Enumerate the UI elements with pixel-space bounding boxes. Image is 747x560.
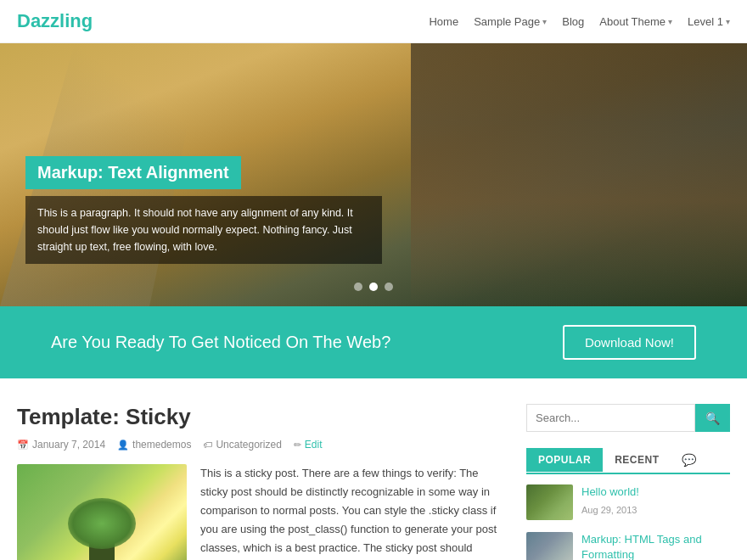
sidebar-post-title-2[interactable]: Markup: HTML Tags and Formatting bbox=[581, 532, 730, 560]
hero-dot-3[interactable] bbox=[385, 283, 393, 291]
site-logo[interactable]: Dazzling bbox=[17, 10, 93, 32]
search-box: 🔍 bbox=[526, 404, 730, 432]
post-author-meta: 👤 themedemos bbox=[117, 439, 191, 451]
hero-title: Markup: Text Alignment bbox=[25, 156, 241, 189]
dropdown-arrow-icon: ▾ bbox=[542, 17, 547, 26]
main-left: Template: Sticky 📅 January 7, 2014 👤 the… bbox=[17, 404, 501, 560]
nav-sample[interactable]: Sample Page ▾ bbox=[474, 15, 547, 28]
post-category: Uncategorized bbox=[216, 439, 281, 451]
post-edit-link[interactable]: Edit bbox=[305, 439, 323, 451]
sidebar-post-thumb-2 bbox=[526, 532, 573, 560]
post-date: January 7, 2014 bbox=[32, 439, 105, 451]
sidebar-post-title-1[interactable]: Hello world! bbox=[581, 484, 730, 500]
tab-recent[interactable]: RECENT bbox=[603, 448, 671, 472]
search-button[interactable]: 🔍 bbox=[695, 404, 730, 432]
download-now-button[interactable]: Download Now! bbox=[563, 325, 696, 360]
sidebar-post-2: Markup: HTML Tags and Formatting Jan 11,… bbox=[526, 532, 730, 560]
nav-blog[interactable]: Blog bbox=[562, 15, 584, 28]
hero-overlay: Markup: Text Alignment This is a paragra… bbox=[25, 156, 382, 264]
post-edit-meta: ✏ Edit bbox=[294, 439, 323, 451]
sidebar: 🔍 POPULAR RECENT 💬 Hello world! Aug 29, … bbox=[526, 404, 730, 560]
post-category-meta: 🏷 Uncategorized bbox=[203, 439, 281, 451]
hero-trees-element bbox=[411, 43, 747, 306]
sidebar-tabs: POPULAR RECENT 💬 bbox=[526, 447, 730, 474]
nav-level1[interactable]: Level 1 ▾ bbox=[688, 15, 730, 28]
cta-band: Are You Ready To Get Noticed On The Web?… bbox=[0, 306, 747, 378]
post-date-meta: 📅 January 7, 2014 bbox=[17, 439, 105, 451]
hero-dot-2[interactable] bbox=[369, 283, 378, 291]
post-excerpt: This is a sticky post. There are a few t… bbox=[200, 464, 501, 560]
folder-icon: 🏷 bbox=[203, 440, 212, 450]
sidebar-post-date-1: Aug 29, 2013 bbox=[581, 505, 637, 515]
tab-popular[interactable]: POPULAR bbox=[526, 448, 603, 472]
sidebar-post-thumb-1 bbox=[526, 484, 573, 520]
calendar-icon: 📅 bbox=[17, 440, 29, 451]
nav-about[interactable]: About Theme ▾ bbox=[599, 15, 672, 28]
post-body: This is a sticky post. There are a few t… bbox=[17, 464, 501, 560]
user-icon: 👤 bbox=[117, 440, 129, 451]
hero-dots bbox=[354, 283, 393, 291]
nav-home[interactable]: Home bbox=[429, 15, 458, 28]
post-thumbnail bbox=[17, 464, 187, 560]
sidebar-post-info-2: Markup: HTML Tags and Formatting Jan 11,… bbox=[581, 532, 730, 560]
hero-description: This is a paragraph. It should not have … bbox=[25, 196, 382, 264]
dropdown-arrow-icon: ▾ bbox=[668, 17, 672, 26]
hero-section: Markup: Text Alignment This is a paragra… bbox=[0, 43, 747, 306]
hero-dot-1[interactable] bbox=[354, 283, 362, 291]
main-content: Template: Sticky 📅 January 7, 2014 👤 the… bbox=[0, 378, 747, 560]
dropdown-arrow-icon: ▾ bbox=[726, 17, 730, 26]
search-icon: 🔍 bbox=[705, 412, 720, 425]
cta-text: Are You Ready To Get Noticed On The Web? bbox=[51, 333, 390, 352]
post-title: Template: Sticky bbox=[17, 404, 501, 430]
edit-icon: ✏ bbox=[294, 440, 301, 451]
post-author: themedemos bbox=[132, 439, 191, 451]
tab-comments-icon[interactable]: 💬 bbox=[671, 447, 706, 473]
search-input[interactable] bbox=[526, 404, 695, 432]
sidebar-post-info-1: Hello world! Aug 29, 2013 bbox=[581, 484, 730, 516]
sidebar-post-1: Hello world! Aug 29, 2013 bbox=[526, 484, 730, 520]
post-meta: 📅 January 7, 2014 👤 themedemos 🏷 Uncateg… bbox=[17, 439, 501, 451]
header: Dazzling Home Sample Page ▾ Blog About T… bbox=[0, 0, 747, 43]
main-nav: Home Sample Page ▾ Blog About Theme ▾ Le… bbox=[429, 15, 730, 28]
